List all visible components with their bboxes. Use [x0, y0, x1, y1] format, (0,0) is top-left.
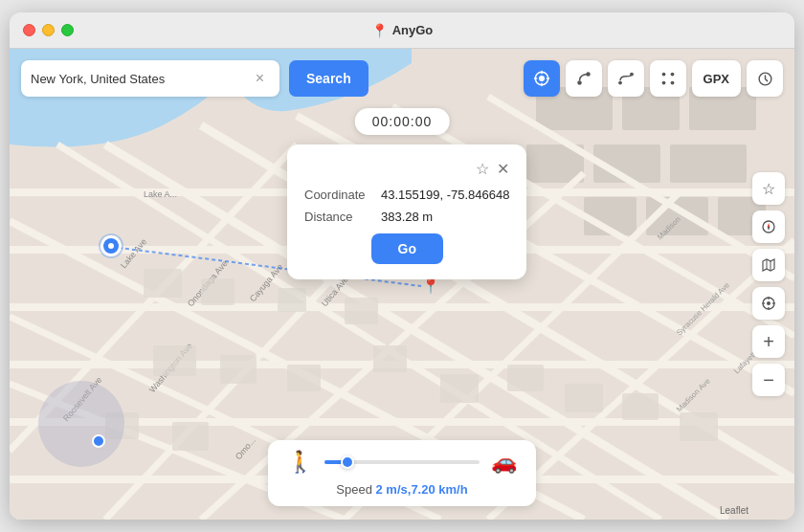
map-container[interactable]: Lake Ave Onondaga Ave Cayuga Ave Utica A…: [10, 49, 794, 520]
car-icon: 🚗: [491, 450, 517, 475]
mini-map: [38, 381, 124, 467]
toolbar: × Search: [21, 60, 783, 97]
svg-point-58: [539, 76, 545, 81]
svg-rect-5: [593, 144, 660, 183]
app-window: 📍 AnyGo: [10, 12, 794, 520]
route1-button[interactable]: [566, 60, 602, 97]
speed-icons-row: 🚶 🚗: [287, 450, 517, 475]
pin-icon: 📍: [371, 23, 388, 38]
search-bar[interactable]: ×: [21, 60, 279, 97]
leaflet-badge: Leaflet: [720, 505, 748, 516]
svg-text:Omo...: Omo...: [234, 435, 257, 461]
search-input[interactable]: [31, 72, 256, 86]
svg-text:Madison Ave: Madison Ave: [675, 376, 712, 413]
speed-text: Speed 2 m/s,7.20 km/h: [336, 482, 467, 497]
svg-text:Cayuga Ave: Cayuga Ave: [248, 262, 285, 303]
timer-badge: 00:00:00: [355, 108, 450, 135]
svg-point-62: [618, 81, 622, 85]
traffic-lights: [23, 24, 74, 36]
svg-rect-4: [526, 144, 584, 183]
popup-star-button[interactable]: ☆: [476, 160, 489, 178]
toolbar-right: GPX: [524, 60, 783, 97]
multispot-button[interactable]: [650, 60, 686, 97]
minimize-button[interactable]: [42, 24, 55, 36]
svg-rect-47: [220, 355, 257, 384]
svg-text:Madison: Madison: [656, 215, 682, 242]
svg-point-66: [661, 81, 665, 85]
svg-line-24: [488, 97, 794, 278]
walk-icon: 🚶: [287, 450, 313, 475]
window-title: 📍 AnyGo: [371, 23, 434, 38]
speed-slider-track: [324, 460, 480, 464]
svg-rect-44: [278, 288, 306, 312]
svg-text:Lake A...: Lake A...: [144, 189, 177, 199]
zoom-in-button[interactable]: +: [752, 325, 785, 358]
svg-text:Utica Ave: Utica Ave: [320, 275, 350, 308]
svg-rect-51: [373, 345, 407, 372]
svg-rect-49: [172, 422, 209, 451]
svg-rect-6: [670, 144, 747, 183]
side-target-button[interactable]: [752, 287, 785, 320]
clear-icon[interactable]: ×: [256, 70, 264, 87]
svg-rect-7: [584, 197, 636, 235]
location-tool-button[interactable]: [524, 60, 560, 97]
coordinate-row: Coordinate 43.155199, -75.846648: [304, 188, 509, 202]
svg-rect-55: [622, 393, 659, 420]
popup-close-button[interactable]: ✕: [497, 160, 509, 178]
popup-header: ☆ ✕: [304, 160, 509, 178]
svg-point-67: [670, 81, 674, 85]
maximize-button[interactable]: [61, 24, 74, 36]
side-map-button[interactable]: [752, 249, 785, 281]
svg-rect-56: [680, 412, 718, 441]
svg-rect-8: [646, 197, 708, 235]
svg-rect-46: [153, 345, 196, 376]
svg-rect-54: [565, 384, 603, 412]
history-button[interactable]: [747, 60, 783, 97]
svg-text:Syracuse Herald Ave: Syracuse Herald Ave: [675, 280, 731, 337]
side-star-button[interactable]: ☆: [752, 172, 785, 205]
go-button[interactable]: Go: [371, 233, 443, 264]
svg-point-73: [767, 301, 770, 305]
close-button[interactable]: [23, 24, 35, 36]
info-popup: ☆ ✕ Coordinate 43.155199, -75.846648 Dis…: [287, 144, 526, 279]
svg-rect-52: [440, 374, 479, 403]
svg-rect-42: [144, 269, 182, 298]
svg-text:Washington Ave: Washington Ave: [147, 341, 194, 394]
svg-rect-43: [201, 278, 234, 305]
svg-point-64: [661, 73, 665, 77]
svg-point-60: [577, 80, 582, 85]
svg-rect-45: [345, 298, 378, 324]
svg-rect-50: [287, 365, 321, 391]
speed-bar: 🚶 🚗 Speed 2 m/s,7.20 km/h: [268, 440, 536, 506]
mini-map-dot: [92, 434, 105, 448]
right-panel: ☆ + −: [752, 172, 785, 396]
svg-rect-53: [507, 365, 544, 391]
location-dot-inner: [100, 235, 122, 256]
location-dot: [100, 235, 122, 256]
search-button[interactable]: Search: [289, 60, 368, 97]
route2-button[interactable]: [608, 60, 644, 97]
gpx-button[interactable]: GPX: [692, 60, 741, 97]
distance-row: Distance 383.28 m: [304, 210, 509, 224]
zoom-out-button[interactable]: −: [752, 364, 785, 396]
speed-slider-thumb[interactable]: [341, 455, 354, 469]
svg-point-65: [670, 73, 674, 77]
svg-text:Lake Ave: Lake Ave: [119, 237, 148, 271]
svg-text:Onondaga Ave: Onondaga Ave: [186, 258, 230, 308]
titlebar: 📍 AnyGo: [10, 12, 794, 49]
side-compass-button[interactable]: [752, 211, 785, 243]
